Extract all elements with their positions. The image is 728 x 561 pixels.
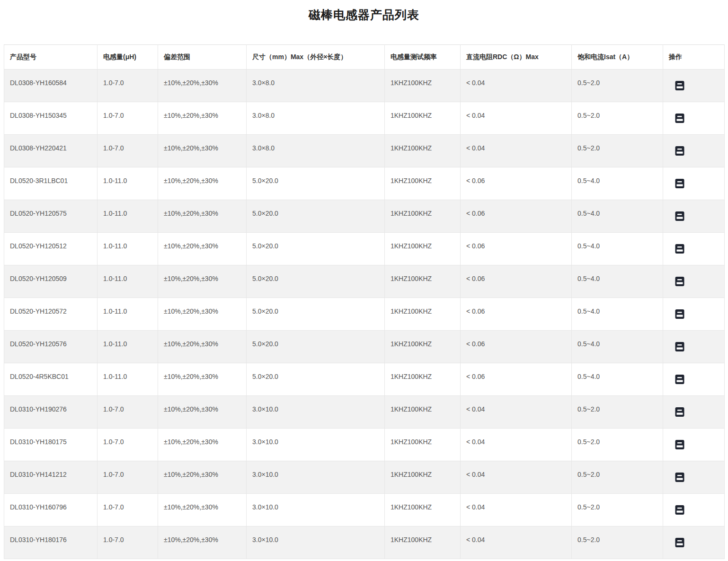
cell-isat: 0.5~4.0 (572, 265, 663, 298)
table-row: DL0308-YH160584 1.0-7.0 ±10%,±20%,±30% 3… (4, 70, 725, 102)
table-row: DL0520-YH120575 1.0-11.0 ±10%,±20%,±30% … (4, 200, 725, 233)
cell-test-freq: 1KHZ100KHZ (385, 429, 461, 461)
table-row: DL0308-YH150345 1.0-7.0 ±10%,±20%,±30% 3… (4, 102, 725, 135)
datasheet-document-icon (675, 309, 684, 319)
cell-tolerance: ±10%,±20%,±30% (158, 429, 247, 461)
datasheet-document-icon (675, 505, 684, 515)
cell-inductance: 1.0-11.0 (98, 200, 158, 233)
datasheet-button[interactable] (675, 80, 684, 91)
datasheet-button[interactable] (675, 178, 684, 189)
cell-rdc: < 0.06 (461, 363, 572, 396)
cell-model: DL0310-YH141212 (4, 461, 98, 494)
column-header-rdc: 直流电阻RDC（Ω）Max (461, 45, 572, 70)
datasheet-button[interactable] (675, 537, 684, 548)
cell-test-freq: 1KHZ100KHZ (385, 331, 461, 363)
page: 磁棒电感器产品列表 产品型号 电感量(μH) 偏差范围 尺寸（mm）Max（外径… (0, 0, 728, 561)
table-row: DL0310-YH141212 1.0-7.0 ±10%,±20%,±30% 3… (4, 461, 725, 494)
cell-rdc: < 0.06 (461, 298, 572, 331)
column-header-model: 产品型号 (4, 45, 98, 70)
cell-inductance: 1.0-7.0 (98, 429, 158, 461)
cell-model: DL0310-YH190276 (4, 396, 98, 429)
cell-tolerance: ±10%,±20%,±30% (158, 526, 247, 559)
cell-action (663, 526, 725, 559)
datasheet-document-icon (675, 276, 684, 287)
datasheet-button[interactable] (675, 472, 684, 482)
cell-rdc: < 0.04 (461, 461, 572, 494)
cell-action (663, 429, 725, 461)
cell-tolerance: ±10%,±20%,±30% (158, 167, 247, 200)
datasheet-button[interactable] (675, 244, 684, 254)
datasheet-document-icon (675, 342, 684, 352)
table-row: DL0308-YH220421 1.0-7.0 ±10%,±20%,±30% 3… (4, 135, 725, 167)
cell-test-freq: 1KHZ100KHZ (385, 363, 461, 396)
cell-tolerance: ±10%,±20%,±30% (158, 363, 247, 396)
datasheet-document-icon (675, 146, 684, 156)
cell-inductance: 1.0-7.0 (98, 461, 158, 494)
cell-action (663, 331, 725, 363)
cell-tolerance: ±10%,±20%,±30% (158, 70, 247, 102)
table-row: DL0310-YH190276 1.0-7.0 ±10%,±20%,±30% 3… (4, 396, 725, 429)
datasheet-button[interactable] (675, 407, 684, 417)
page-title: 磁棒电感器产品列表 (0, 0, 728, 23)
cell-model: DL0308-YH160584 (4, 70, 98, 102)
cell-tolerance: ±10%,±20%,±30% (158, 494, 247, 526)
datasheet-document-icon (675, 439, 684, 450)
cell-test-freq: 1KHZ100KHZ (385, 494, 461, 526)
datasheet-button[interactable] (675, 374, 684, 385)
cell-action (663, 494, 725, 526)
datasheet-document-icon (675, 211, 684, 221)
cell-rdc: < 0.06 (461, 233, 572, 265)
cell-tolerance: ±10%,±20%,±30% (158, 102, 247, 135)
cell-test-freq: 1KHZ100KHZ (385, 461, 461, 494)
cell-tolerance: ±10%,±20%,±30% (158, 461, 247, 494)
table-row: DL0310-YH180175 1.0-7.0 ±10%,±20%,±30% 3… (4, 429, 725, 461)
cell-size: 5.0×20.0 (247, 331, 385, 363)
cell-inductance: 1.0-7.0 (98, 494, 158, 526)
cell-size: 5.0×20.0 (247, 233, 385, 265)
datasheet-button[interactable] (675, 439, 684, 450)
datasheet-button[interactable] (675, 276, 684, 287)
cell-inductance: 1.0-11.0 (98, 233, 158, 265)
table-header-row: 产品型号 电感量(μH) 偏差范围 尺寸（mm）Max（外径×长度） 电感量测试… (4, 45, 725, 70)
cell-isat: 0.5~2.0 (572, 396, 663, 429)
cell-tolerance: ±10%,±20%,±30% (158, 298, 247, 331)
cell-isat: 0.5~4.0 (572, 298, 663, 331)
table-row: DL0520-4R5KBC01 1.0-11.0 ±10%,±20%,±30% … (4, 363, 725, 396)
cell-size: 5.0×20.0 (247, 265, 385, 298)
cell-size: 5.0×20.0 (247, 363, 385, 396)
cell-rdc: < 0.04 (461, 396, 572, 429)
cell-model: DL0520-YH120576 (4, 331, 98, 363)
cell-action (663, 135, 725, 167)
cell-isat: 0.5~4.0 (572, 200, 663, 233)
cell-inductance: 1.0-7.0 (98, 135, 158, 167)
datasheet-document-icon (675, 113, 684, 123)
column-header-size: 尺寸（mm）Max（外径×长度） (247, 45, 385, 70)
cell-model: DL0308-YH150345 (4, 102, 98, 135)
cell-rdc: < 0.04 (461, 70, 572, 102)
cell-test-freq: 1KHZ100KHZ (385, 200, 461, 233)
table-row: DL0520-YH120572 1.0-11.0 ±10%,±20%,±30% … (4, 298, 725, 331)
column-header-isat: 饱和电流Isat（A） (572, 45, 663, 70)
table-row: DL0310-YH160796 1.0-7.0 ±10%,±20%,±30% 3… (4, 494, 725, 526)
cell-test-freq: 1KHZ100KHZ (385, 70, 461, 102)
cell-action (663, 363, 725, 396)
cell-size: 3.0×10.0 (247, 461, 385, 494)
cell-rdc: < 0.06 (461, 167, 572, 200)
cell-rdc: < 0.04 (461, 135, 572, 167)
cell-isat: 0.5~2.0 (572, 70, 663, 102)
datasheet-button[interactable] (675, 309, 684, 319)
cell-inductance: 1.0-7.0 (98, 526, 158, 559)
cell-model: DL0520-YH120575 (4, 200, 98, 233)
cell-test-freq: 1KHZ100KHZ (385, 396, 461, 429)
cell-model: DL0520-YH120572 (4, 298, 98, 331)
datasheet-button[interactable] (675, 113, 684, 123)
datasheet-button[interactable] (675, 505, 684, 515)
table-row: DL0520-YH120576 1.0-11.0 ±10%,±20%,±30% … (4, 331, 725, 363)
datasheet-button[interactable] (675, 211, 684, 221)
datasheet-button[interactable] (675, 342, 684, 352)
cell-rdc: < 0.06 (461, 331, 572, 363)
cell-size: 3.0×10.0 (247, 526, 385, 559)
cell-size: 3.0×8.0 (247, 135, 385, 167)
datasheet-button[interactable] (675, 146, 684, 156)
cell-model: DL0520-3R1LBC01 (4, 167, 98, 200)
